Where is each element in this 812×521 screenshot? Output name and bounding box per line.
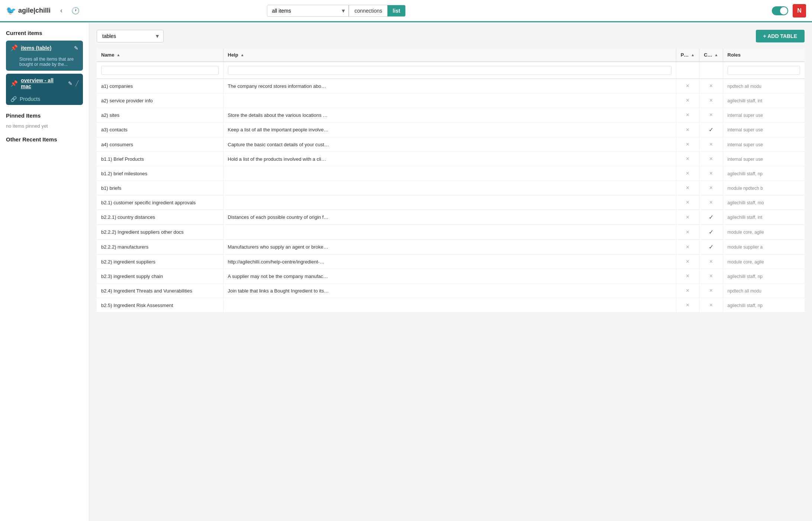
cell-c: × xyxy=(699,195,723,210)
notion-button[interactable]: N xyxy=(793,4,806,17)
cell-help: http://agilechilli.com/help-centre/ingre… xyxy=(223,255,676,269)
cell-roles: internal super use xyxy=(723,152,805,166)
toggle-switch[interactable] xyxy=(772,6,788,15)
cell-roles: agilechilli staff, int xyxy=(723,93,805,108)
table-body: a1) companiesThe company record stores i… xyxy=(97,79,805,313)
cell-c: × xyxy=(699,298,723,313)
cell-p: × xyxy=(676,284,699,298)
cell-roles: agilechilli staff, np xyxy=(723,166,805,181)
add-table-button[interactable]: + ADD TABLE xyxy=(756,30,805,42)
x-icon: × xyxy=(686,156,689,162)
cell-help: Manufacturers who supply an agent or bro… xyxy=(223,240,676,255)
cell-p: × xyxy=(676,93,699,108)
history-button[interactable]: 🕐 xyxy=(69,5,82,16)
items-edit-icon[interactable]: ✎ xyxy=(74,45,78,51)
pinned-title: Pinned Items xyxy=(6,112,83,119)
logo-bird-icon: 🐦 xyxy=(6,6,16,16)
cell-c: ✓ xyxy=(699,122,723,137)
x-icon: × xyxy=(686,170,689,176)
cell-p: × xyxy=(676,269,699,284)
table-row: b2.1) customer specific ingredient appro… xyxy=(97,195,805,210)
x-icon: × xyxy=(709,199,713,205)
cell-help: Store the details about the various loca… xyxy=(223,108,676,122)
x-icon: × xyxy=(709,83,713,89)
overview-pin-icon: 📌 xyxy=(10,80,18,87)
x-icon: × xyxy=(686,185,689,191)
col-header-name[interactable]: Name ▲ xyxy=(97,48,223,62)
help-filter-input[interactable] xyxy=(228,66,671,75)
pinned-section: Pinned Items no items pinned yet xyxy=(6,112,83,129)
x-icon: × xyxy=(686,273,689,279)
toggle-knob xyxy=(780,7,787,15)
cell-help xyxy=(223,298,676,313)
cell-c: × xyxy=(699,269,723,284)
cell-help xyxy=(223,93,676,108)
sidebar: Current items 📌 items (table) ✎ Stores a… xyxy=(0,22,89,521)
cell-help xyxy=(223,166,676,181)
x-icon: × xyxy=(709,170,713,176)
x-icon: × xyxy=(709,156,713,162)
cell-p: × xyxy=(676,122,699,137)
cell-roles: npdtech all modu xyxy=(723,79,805,93)
check-icon: ✓ xyxy=(709,229,713,235)
name-sort-icon[interactable]: ▲ xyxy=(116,53,120,57)
x-icon: × xyxy=(686,258,689,265)
table-row: a1) companiesThe company record stores i… xyxy=(97,79,805,93)
cell-p: × xyxy=(676,166,699,181)
table-row: a3) contactsKeep a list of all the impor… xyxy=(97,122,805,137)
cell-help xyxy=(223,195,676,210)
help-sort-icon[interactable]: ▲ xyxy=(241,53,244,57)
x-icon: × xyxy=(709,258,713,265)
products-item[interactable]: 🔗 Products xyxy=(6,93,83,105)
table-row: b2.2) ingredient suppliershttp://agilech… xyxy=(97,255,805,269)
sidebar-item-overview[interactable]: 📌 overview - all mac ✎ ╱ 🔗 Products xyxy=(6,74,83,105)
table-header-row: Name ▲ Help ▲ P… xyxy=(97,48,805,62)
col-header-c[interactable]: C… ▲ xyxy=(699,48,723,62)
cell-name: b2.3) ingredient supply chain xyxy=(97,269,223,284)
list-button[interactable]: list xyxy=(387,5,405,16)
col-c-label: C… xyxy=(704,52,712,58)
cell-roles: agilechilli staff, np xyxy=(723,269,805,284)
x-icon: × xyxy=(686,83,689,89)
cell-c: × xyxy=(699,284,723,298)
cell-help: Keep a list of all the important people … xyxy=(223,122,676,137)
sidebar-item-items[interactable]: 📌 items (table) ✎ Stores all the items t… xyxy=(6,41,83,71)
col-header-p[interactable]: P… ▲ xyxy=(676,48,699,62)
cell-name: b2.2.2) manufacturers xyxy=(97,240,223,255)
cell-c: × xyxy=(699,93,723,108)
cell-name: b2.2.1) country distances xyxy=(97,210,223,225)
all-items-dropdown[interactable]: all items xyxy=(267,5,349,17)
cell-p: × xyxy=(676,195,699,210)
table-row: b2.2.2) manufacturersManufacturers who s… xyxy=(97,240,805,255)
cell-p: × xyxy=(676,137,699,152)
cell-help xyxy=(223,225,676,240)
cell-p: × xyxy=(676,152,699,166)
overview-expand-icon: ╱ xyxy=(75,80,78,86)
tables-dropdown[interactable]: tables xyxy=(97,30,164,42)
main-content: tables ▼ + ADD TABLE Name ▲ xyxy=(89,22,812,521)
items-header: 📌 items (table) ✎ xyxy=(6,41,83,55)
x-icon: × xyxy=(686,97,689,103)
cell-roles: module npdtech b xyxy=(723,181,805,195)
table-row: a4) consumersCapture the basic contact d… xyxy=(97,137,805,152)
cell-c: × xyxy=(699,152,723,166)
top-nav: 🐦 agile|chilli ‹ 🕐 all items ▼ connectio… xyxy=(0,0,812,22)
roles-filter-input[interactable] xyxy=(728,66,800,75)
col-header-help[interactable]: Help ▲ xyxy=(223,48,676,62)
x-icon: × xyxy=(686,127,689,133)
x-icon: × xyxy=(686,214,689,220)
table-row: a2) sitesStore the details about the var… xyxy=(97,108,805,122)
connections-button[interactable]: connections xyxy=(349,5,387,16)
c-sort-icon[interactable]: ▲ xyxy=(715,53,718,57)
name-filter-input[interactable] xyxy=(101,66,219,75)
cell-roles: internal super use xyxy=(723,108,805,122)
overview-edit-icon[interactable]: ✎ xyxy=(68,80,72,86)
x-icon: × xyxy=(709,302,713,308)
overview-label: overview - all mac xyxy=(21,77,65,89)
x-icon: × xyxy=(686,244,689,250)
p-sort-icon[interactable]: ▲ xyxy=(691,53,695,57)
cell-c: ✓ xyxy=(699,240,723,255)
cell-c: × xyxy=(699,79,723,93)
cell-p: × xyxy=(676,240,699,255)
back-button[interactable]: ‹ xyxy=(58,5,65,16)
